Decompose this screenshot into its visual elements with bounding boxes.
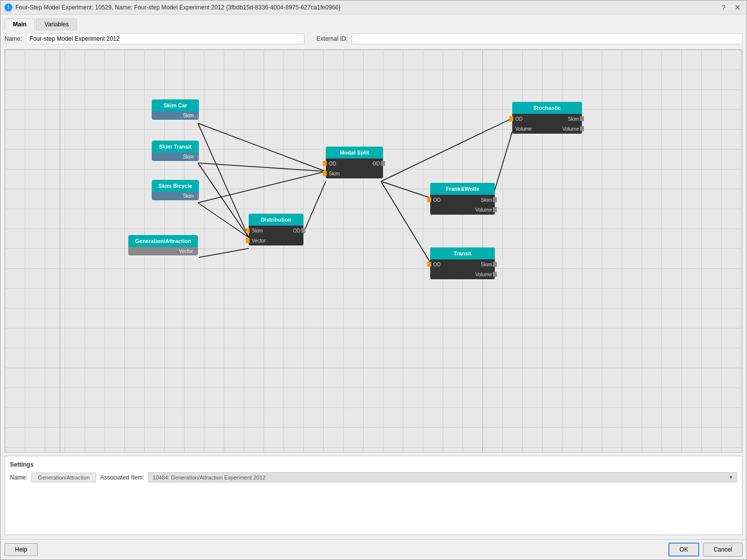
node-distribution[interactable]: Distribution Skim OD Vector — [249, 214, 303, 245]
connections-svg — [5, 50, 742, 452]
settings-name-label: Name: — [10, 474, 27, 481]
skim-bicycle-port-label: Skim — [183, 193, 194, 199]
ext-id-label: External ID: — [316, 35, 348, 42]
node-transit-title: Transit — [430, 247, 495, 259]
node-skim-transit[interactable]: Skim Transit Skim — [152, 141, 199, 161]
settings-assoc-label: Associated Item: — [100, 474, 144, 481]
app-icon: i — [4, 3, 12, 11]
settings-row: Name: Generation/Attraction Associated I… — [10, 472, 737, 482]
node-gen-title: Generation/Attraction — [128, 235, 198, 247]
svg-line-9 — [381, 181, 430, 262]
v-divider-1 — [60, 50, 60, 452]
settings-name-value: Generation/Attraction — [31, 473, 96, 482]
gen-port-label: Vector — [179, 248, 193, 254]
title-bar-controls: ? ✕ — [719, 2, 743, 12]
fw-skim-port-right — [493, 197, 497, 202]
settings-assoc-dropdown[interactable]: 10484: Generation/Attraction Experiment … — [148, 472, 737, 482]
svg-line-6 — [199, 248, 249, 257]
skim-car-port-label: Skim — [183, 113, 194, 118]
tab-main[interactable]: Main — [4, 18, 35, 30]
skim-transit-port-label: Skim — [183, 154, 194, 160]
stoch-od-port-left — [509, 116, 513, 121]
node-modal-split-title: Modal Split — [326, 147, 383, 159]
dist-vector-port-left — [246, 238, 250, 243]
main-window: i Four-Step Model Experiment: 10529, Nam… — [0, 0, 747, 560]
node-skim-car-title: Skim Car — [152, 99, 199, 111]
modal-skim-port-left — [323, 171, 327, 176]
transit-od-port-left — [427, 262, 431, 267]
svg-line-1 — [198, 123, 249, 238]
svg-line-0 — [198, 123, 326, 171]
title-bar: i Four-Step Model Experiment: 10529, Nam… — [0, 0, 747, 14]
svg-line-5 — [198, 203, 249, 238]
diagram-canvas[interactable]: Skim Car Skim Skim Transit Skim Skim Bic… — [4, 49, 743, 453]
settings-title: Settings — [10, 461, 737, 468]
dist-skim-port-left — [246, 228, 250, 233]
node-frank-wolfe-title: Frank&Wolfe — [430, 183, 495, 195]
frank-wolfe-volume: Volume — [430, 205, 495, 215]
fw-volume-port-right — [493, 207, 497, 212]
node-frank-wolfe-body: OD Skim Volume — [430, 195, 495, 215]
modal-split-skim-row: Skim — [326, 168, 383, 178]
node-distribution-body: Skim OD Vector — [249, 226, 303, 245]
node-stochastic[interactable]: Stochastic OD Skim Volume Volume — [512, 102, 582, 134]
skim-car-port-dot — [197, 113, 199, 118]
modal-od-port-left — [323, 161, 327, 166]
node-transit-body: OD Skim Volume — [430, 259, 495, 279]
svg-line-8 — [381, 181, 430, 198]
distribution-port-vector: Vector — [249, 236, 303, 245]
name-input[interactable] — [26, 33, 304, 44]
transit-skim-port-right — [493, 262, 497, 267]
svg-line-3 — [198, 163, 249, 238]
fw-od-port-left — [427, 197, 431, 202]
stoch-volume-port-right — [580, 126, 584, 131]
ok-button[interactable]: OK — [668, 543, 699, 557]
stoch-skim-port-right — [580, 116, 584, 121]
svg-line-11 — [492, 132, 512, 198]
settings-panel: Settings Name: Generation/Attraction Ass… — [4, 456, 743, 535]
ext-id-input[interactable] — [352, 33, 743, 44]
help-icon-btn[interactable]: ? — [719, 2, 729, 12]
gen-port-dot — [196, 249, 198, 254]
node-stochastic-title: Stochastic — [512, 102, 582, 114]
node-skim-transit-title: Skim Transit — [152, 141, 199, 153]
node-skim-car[interactable]: Skim Car Skim — [152, 99, 199, 120]
node-skim-bicycle[interactable]: Skim Bicycle Skim — [152, 180, 199, 200]
svg-line-10 — [381, 118, 512, 181]
tab-bar: Main Variables — [4, 18, 743, 30]
node-stochastic-body: OD Skim Volume Volume — [512, 114, 582, 134]
node-transit[interactable]: Transit OD Skim Volume — [430, 247, 495, 279]
modal-split-od-row: OD OD — [326, 159, 383, 168]
name-row: Name: External ID: — [4, 33, 743, 44]
name-label: Name: — [4, 35, 22, 42]
transit-od-skim: OD Skim — [430, 259, 495, 269]
skim-transit-port-dot — [197, 155, 199, 160]
transit-volume: Volume — [430, 269, 495, 279]
tab-variables[interactable]: Variables — [36, 18, 77, 30]
node-distribution-title: Distribution — [249, 214, 303, 226]
modal-od-port-right — [381, 161, 385, 166]
footer-right: OK Cancel — [668, 543, 743, 557]
node-modal-split[interactable]: Modal Split OD OD Skim — [326, 147, 383, 178]
dist-od-port-right — [301, 228, 305, 233]
stochastic-od-skim: OD Skim — [512, 114, 582, 124]
help-button[interactable]: Help — [4, 543, 38, 556]
stochastic-volume: Volume Volume — [512, 124, 582, 134]
svg-line-2 — [198, 163, 326, 171]
settings-assoc-value: 10484: Generation/Attraction Experiment … — [153, 475, 266, 480]
transit-volume-port-right — [493, 272, 497, 277]
footer: Help OK Cancel — [0, 539, 747, 560]
title-bar-left: i Four-Step Model Experiment: 10529, Nam… — [4, 3, 341, 11]
node-skim-bicycle-title: Skim Bicycle — [152, 180, 199, 192]
close-btn[interactable]: ✕ — [733, 2, 743, 12]
svg-line-4 — [198, 171, 326, 203]
cancel-button[interactable]: Cancel — [703, 543, 743, 557]
frank-wolfe-od-skim: OD Skim — [430, 195, 495, 205]
node-modal-split-body: OD OD Skim — [326, 159, 383, 178]
node-gen-attraction[interactable]: Generation/Attraction Vector — [128, 235, 198, 255]
settings-assoc-chevron: ▾ — [730, 474, 733, 480]
window-title: Four-Step Model Experiment: 10529, Name:… — [15, 4, 341, 11]
skim-bicycle-port-dot — [197, 194, 199, 199]
node-frank-wolfe[interactable]: Frank&Wolfe OD Skim Volume — [430, 183, 495, 215]
content-area: Main Variables Name: External ID: — [0, 14, 747, 539]
